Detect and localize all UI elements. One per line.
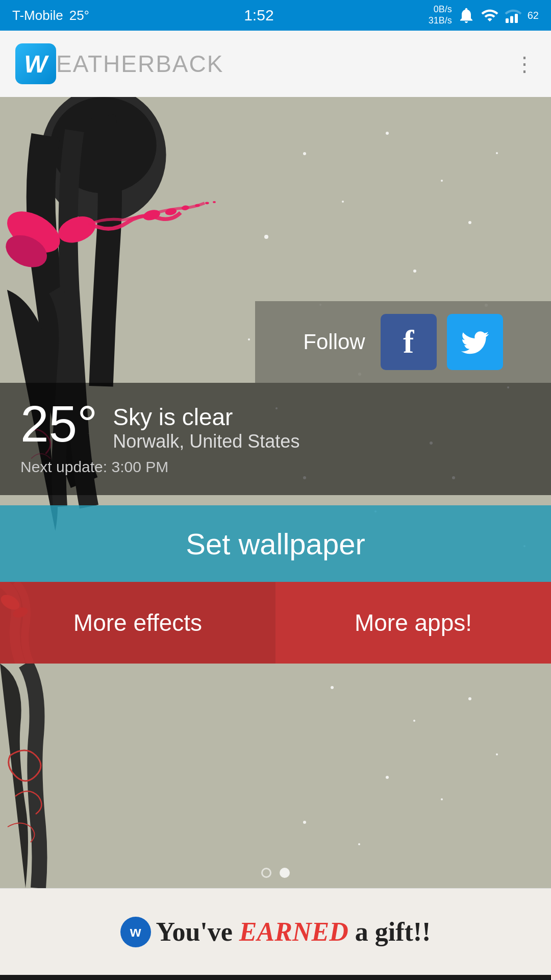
data-up: 0B/s [429,4,452,15]
status-right: 0B/s 31B/s 62 [429,4,539,26]
status-left: T-Mobile 25° [12,8,89,23]
main-content: Follow f 25° Sky is clear Norwalk, Unite… [0,97,551,980]
next-update: Next update: 3:00 PM [20,458,531,476]
svg-point-10 [205,202,209,204]
set-wallpaper-label: Set wallpaper [186,527,365,561]
svg-rect-2 [515,14,518,23]
follow-label: Follow [303,330,365,354]
next-update-label: Next update: [20,458,107,475]
ad-content: You've EARNED a gift!! [156,917,431,947]
svg-point-11 [213,201,216,203]
weather-info: 25° Sky is clear Norwalk, United States … [0,383,551,495]
twitter-button[interactable] [447,314,503,370]
data-down: 31B/s [429,15,452,27]
temperature-display: 25° [20,398,97,449]
action-buttons: More effects More apps! [0,582,551,664]
ad-icon: w [120,917,151,947]
twitter-icon [459,326,491,358]
ad-text2: EARNED [239,917,348,946]
facebook-button[interactable]: f [381,314,437,370]
condition-location: Sky is clear Norwalk, United States [113,398,299,452]
lower-bg [0,664,551,888]
logo-w-box: W [15,43,56,84]
svg-rect-1 [510,16,513,23]
pagination-dots [261,868,290,878]
carrier-label: T-Mobile [12,8,63,23]
data-speed: 0B/s 31B/s [429,4,452,26]
svg-rect-0 [506,18,509,23]
battery-level: 62 [528,10,539,21]
follow-panel: Follow f [255,301,551,383]
set-wallpaper-button[interactable]: Set wallpaper [0,505,551,582]
location-text: Norwalk, United States [113,431,299,452]
status-bar: T-Mobile 25° 1:52 0B/s 31B/s 62 [0,0,551,31]
more-menu-button[interactable]: ⋮ [514,54,536,74]
condition-text: Sky is clear [113,403,299,431]
more-effects-button[interactable]: More effects [0,582,276,664]
signal-icon [504,6,522,24]
ad-text1: You've [156,917,233,946]
wifi-icon [481,6,499,24]
svg-point-8 [181,205,189,210]
facebook-icon: f [403,323,414,361]
svg-point-9 [195,204,199,207]
more-apps-label: More apps! [355,609,472,636]
alarm-icon [457,6,475,24]
ad-text3: a gift!! [355,917,431,946]
time-label: 1:52 [244,7,273,24]
ad-banner[interactable]: w You've EARNED a gift!! [0,888,551,975]
logo-weather: EATHER [56,51,156,77]
signal-label: 25° [69,8,89,23]
more-effects-label: More effects [73,609,202,636]
logo-container: W EATHERBACK [15,43,223,84]
logo-text: EATHERBACK [56,50,223,78]
logo-back: BACK [156,51,223,77]
app-header: W EATHERBACK ⋮ [0,31,551,97]
logo-w: W [24,50,47,78]
more-apps-button[interactable]: More apps! [276,582,551,664]
next-update-time: 3:00 PM [111,458,168,475]
nav-bar [0,975,551,980]
temp-condition: 25° Sky is clear Norwalk, United States [20,398,531,452]
